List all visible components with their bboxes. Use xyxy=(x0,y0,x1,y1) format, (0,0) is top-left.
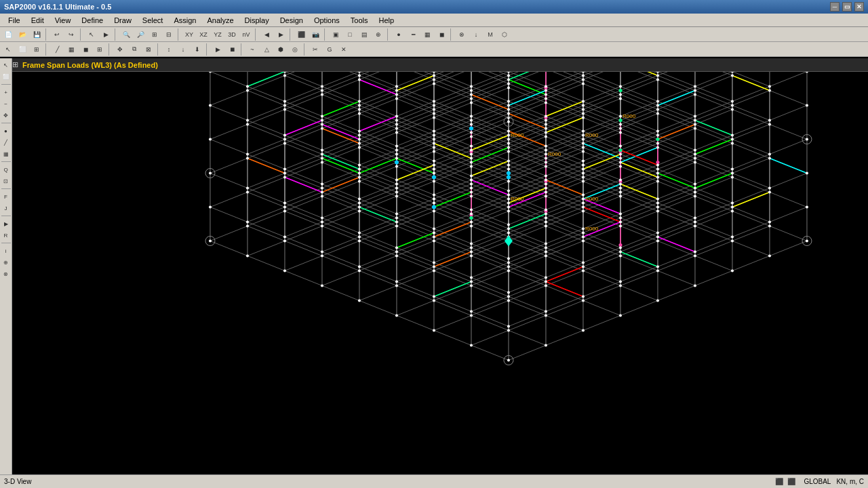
tb2-joint-load[interactable]: ↕ xyxy=(162,43,176,56)
menu-select[interactable]: Select xyxy=(137,14,169,26)
tb-select-wind[interactable]: ▤ xyxy=(357,28,371,41)
viewport[interactable] xyxy=(12,72,868,474)
tb2-select-pointer[interactable]: ↖ xyxy=(1,43,15,56)
menu-design[interactable]: Design xyxy=(275,14,309,26)
tb2-shell-load[interactable]: ⬇ xyxy=(191,43,204,56)
lt-draw-shell[interactable]: ▦ xyxy=(1,148,12,159)
lt-misc2[interactable]: ⊗ xyxy=(1,268,12,279)
tb2-force-diag[interactable]: △ xyxy=(260,43,273,56)
lt-info[interactable]: i xyxy=(1,245,12,256)
tb-run[interactable]: ▶ xyxy=(99,28,113,41)
tb-display-options[interactable]: ⬛ xyxy=(294,28,308,41)
tb-redo[interactable]: ↪ xyxy=(64,28,78,41)
view-icon: ⊞ xyxy=(12,60,18,69)
tb-next-view[interactable]: ▶ xyxy=(274,28,288,41)
menu-view[interactable]: View xyxy=(50,14,77,26)
minimize-button[interactable]: ─ xyxy=(830,2,840,12)
menu-analyze[interactable]: Analyze xyxy=(201,14,239,26)
tb2-draw-link[interactable]: ⊞ xyxy=(93,43,106,56)
tb-zoom-all[interactable]: ⊞ xyxy=(148,28,161,41)
tb-undo[interactable]: ↩ xyxy=(50,28,64,41)
sep-r2-5 xyxy=(241,43,243,56)
tb-zoom-in[interactable]: 🔍 xyxy=(119,28,133,41)
menu-draw[interactable]: Draw xyxy=(108,14,137,26)
tb2-analyze-run[interactable]: ▶ xyxy=(211,43,224,56)
menu-edit[interactable]: Edit xyxy=(26,14,50,26)
tb2-extrude[interactable]: ⊠ xyxy=(142,43,155,56)
tb-frames[interactable]: ━ xyxy=(406,28,420,41)
menu-options[interactable]: Options xyxy=(309,14,345,26)
tb2-replicate[interactable]: ⧉ xyxy=(127,43,141,56)
lt-assign-joint[interactable]: J xyxy=(1,203,12,214)
tb-new[interactable]: 📄 xyxy=(1,28,15,41)
app-title: SAP2000 v16.1.1 Ultimate - 0.5 xyxy=(4,3,111,11)
status-coord-system: GLOBAL xyxy=(804,478,831,485)
tb2-stress[interactable]: ⬢ xyxy=(274,43,288,56)
tb-load[interactable]: ↓ xyxy=(469,28,483,41)
lt-misc1[interactable]: ⊕ xyxy=(1,257,12,268)
lt-draw-joint[interactable]: ● xyxy=(1,125,12,136)
lt-zoom-in[interactable]: + xyxy=(1,87,12,98)
tb2-draw-frame[interactable]: ╱ xyxy=(50,43,64,56)
restore-button[interactable]: ▭ xyxy=(842,2,852,12)
tb2-mode[interactable]: ◎ xyxy=(288,43,302,56)
tb-yz[interactable]: YZ xyxy=(211,28,224,41)
tb2-select-region[interactable]: ⬜ xyxy=(16,43,29,56)
sep-r2-4 xyxy=(206,43,209,56)
close-button[interactable]: ✕ xyxy=(854,2,864,12)
tb-section[interactable]: ⬡ xyxy=(498,28,511,41)
tb2-frame-load[interactable]: ↓ xyxy=(176,43,190,56)
tb-xy[interactable]: XY xyxy=(182,28,196,41)
lt-pan[interactable]: ✥ xyxy=(1,110,12,121)
sep4 xyxy=(178,28,180,41)
lt-quick-draw[interactable]: Q xyxy=(1,164,12,175)
lt-zoom-out[interactable]: − xyxy=(1,98,12,109)
tb2-move[interactable]: ✥ xyxy=(113,43,127,56)
lt-draw-frame[interactable]: ╱ xyxy=(1,137,12,148)
tb-solids[interactable]: ◼ xyxy=(435,28,448,41)
lt-assign-frame[interactable]: F xyxy=(1,191,12,202)
menu-file[interactable]: File xyxy=(3,14,26,26)
tb2-stop[interactable]: ⏹ xyxy=(225,43,239,56)
tb2-draw-solid[interactable]: ◼ xyxy=(79,43,92,56)
tb2-deformed[interactable]: ~ xyxy=(245,43,259,56)
tb-joints[interactable]: ● xyxy=(392,28,406,41)
tb-prev-view[interactable]: ◀ xyxy=(260,28,273,41)
tb2-group[interactable]: G xyxy=(323,43,336,56)
lt-sep4 xyxy=(1,188,11,189)
lt-select[interactable]: ⬜ xyxy=(1,71,12,82)
tb-intersect[interactable]: ⊕ xyxy=(372,28,385,41)
menu-help[interactable]: Help xyxy=(374,14,400,26)
status-left: 3-D View xyxy=(4,478,31,485)
tb-screenshot[interactable]: 📷 xyxy=(309,28,322,41)
tb-mass[interactable]: M xyxy=(484,28,497,41)
lt-pointer[interactable]: ↖ xyxy=(1,60,12,70)
tb2-delete[interactable]: ✕ xyxy=(337,43,351,56)
menu-tools[interactable]: Tools xyxy=(345,14,374,26)
lt-results[interactable]: R xyxy=(1,230,12,241)
lt-run[interactable]: ▶ xyxy=(1,218,12,229)
lt-reshape[interactable]: ⊡ xyxy=(1,176,12,186)
window-controls: ─ ▭ ✕ xyxy=(830,2,864,12)
tb2-select-intersect[interactable]: ⊞ xyxy=(30,43,43,56)
status-icon-1: ⬛ xyxy=(775,478,783,485)
tb2-section-cut[interactable]: ✂ xyxy=(309,43,322,56)
tb-pointer[interactable]: ↖ xyxy=(85,28,98,41)
menu-display[interactable]: Display xyxy=(239,14,275,26)
tb-zoom-out[interactable]: 🔎 xyxy=(134,28,147,41)
3d-model-canvas[interactable] xyxy=(12,72,868,474)
menu-assign[interactable]: Assign xyxy=(168,14,201,26)
tb2-draw-shell[interactable]: ▦ xyxy=(64,43,78,56)
tb-deselect[interactable]: □ xyxy=(343,28,357,41)
tb-3d[interactable]: 3D xyxy=(225,28,239,41)
tb-open[interactable]: 📂 xyxy=(16,28,29,41)
tb-nv[interactable]: nV xyxy=(239,28,253,41)
tb-restrain[interactable]: ⊗ xyxy=(455,28,469,41)
tb-select-all[interactable]: ▣ xyxy=(329,28,342,41)
tb-save[interactable]: 💾 xyxy=(30,28,43,41)
tb-shells[interactable]: ▦ xyxy=(420,28,434,41)
lt-sep6 xyxy=(1,243,11,243)
tb-zoom-prev[interactable]: ⊟ xyxy=(162,28,176,41)
tb-xz[interactable]: XZ xyxy=(197,28,210,41)
menu-define[interactable]: Define xyxy=(76,14,108,26)
